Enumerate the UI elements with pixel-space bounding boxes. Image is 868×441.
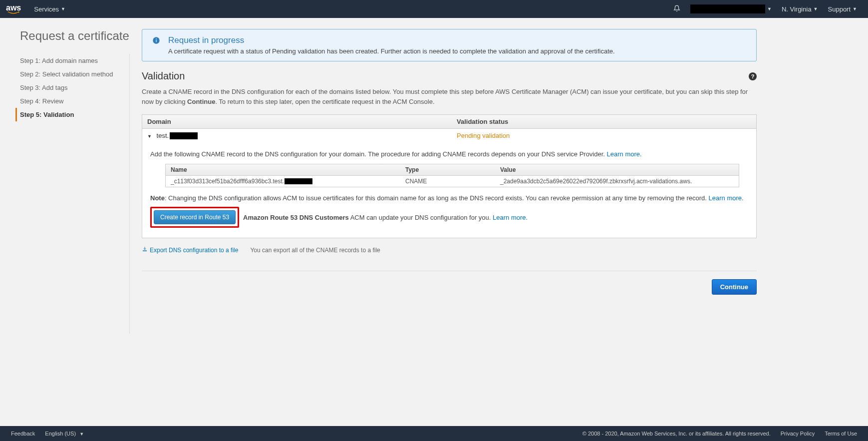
aws-logo[interactable]: aws (6, 3, 21, 14)
record-value: _2ade9aa3dcb2c5a69e26022ed792069f.zbkrxs… (500, 178, 734, 185)
learn-more-link[interactable]: Learn more. (607, 150, 642, 158)
rec-col-value: Value (500, 166, 734, 173)
domain-row: ▼ test. Pending validation (142, 129, 756, 142)
export-link-text: Export DNS configuration to a file (150, 247, 238, 254)
record-table-header: Name Type Value (166, 164, 739, 176)
rec-col-name: Name (171, 166, 405, 173)
note-bold: Note (150, 194, 165, 202)
cta-bold: Amazon Route 53 DNS Customers (243, 214, 349, 221)
validation-status: Pending validation (457, 132, 510, 139)
domain-name: test. (157, 132, 198, 139)
caret-down-icon: ▼ (853, 6, 857, 11)
region-label: N. Virginia (782, 5, 812, 13)
svg-rect-1 (156, 40, 156, 42)
rec-col-type: Type (405, 166, 500, 173)
cta-row: Create record in Route 53 Amazon Route 5… (150, 207, 748, 228)
caret-down-icon: ▼ (767, 6, 772, 11)
col-status: Validation status (457, 118, 751, 125)
domain-prefix: test. (157, 132, 169, 139)
step-3[interactable]: Step 3: Add tags (20, 81, 129, 94)
cta-rest: ACM can update your DNS configuration fo… (349, 214, 493, 221)
step-4[interactable]: Step 4: Review (20, 94, 129, 108)
support-menu[interactable]: Support ▼ (823, 5, 862, 13)
svg-point-2 (156, 38, 157, 39)
create-record-button[interactable]: Create record in Route 53 (154, 210, 236, 224)
record-name-prefix: _c113f03d313cef51ba26dfff6a936bc3.test. (171, 178, 284, 185)
learn-more-link-3[interactable]: Learn more. (493, 214, 528, 221)
domain-detail: Add the following CNAME record to the DN… (142, 142, 756, 238)
desc-bold: Continue (187, 98, 215, 105)
note-line: Note: Changing the DNS configuration all… (150, 194, 748, 202)
caret-down-icon: ▼ (61, 6, 65, 11)
domain-panel: Domain Validation status ▼ test. Pending… (142, 114, 757, 238)
export-link[interactable]: Export DNS configuration to a file (142, 246, 238, 254)
step-5[interactable]: Step 5: Validation (15, 108, 129, 121)
record-name: _c113f03d313cef51ba26dfff6a936bc3.test. (171, 178, 405, 185)
highlight-box: Create record in Route 53 (150, 207, 239, 228)
section-description: Create a CNAME record in the DNS configu… (142, 87, 757, 106)
action-bar: Continue (142, 274, 757, 315)
section-title: Validation (142, 70, 749, 82)
info-banner: Request in progress A certificate reques… (142, 29, 757, 61)
continue-button[interactable]: Continue (712, 279, 757, 295)
export-help: You can export all of the CNAME records … (250, 247, 380, 254)
download-icon (142, 246, 148, 254)
step-1[interactable]: Step 1: Add domain names (20, 54, 129, 67)
col-domain: Domain (147, 118, 457, 125)
divider (142, 271, 757, 271)
page-title: Request a certificate (20, 29, 130, 43)
wizard-steps: Step 1: Add domain names Step 2: Select … (20, 54, 130, 334)
domain-redacted (170, 132, 198, 139)
desc-post: . To return to this step later, open the… (215, 98, 434, 105)
help-icon[interactable]: ? (749, 72, 757, 80)
services-label: Services (34, 5, 59, 13)
info-icon (152, 35, 160, 55)
detail-instructions: Add the following CNAME record to the DN… (150, 150, 748, 158)
cta-text: Amazon Route 53 DNS Customers ACM can up… (243, 214, 528, 221)
record-name-redacted (285, 178, 312, 184)
notifications-icon[interactable] (668, 5, 685, 13)
cname-record-table: Name Type Value _c113f03d313cef51ba26dff… (165, 164, 739, 187)
step-2[interactable]: Step 2: Select validation method (20, 67, 129, 81)
expand-toggle[interactable]: ▼ (147, 134, 152, 139)
export-row: Export DNS configuration to a file You c… (142, 238, 757, 268)
account-menu[interactable]: ▼ (685, 4, 777, 13)
instructions-text: Add the following CNAME record to the DN… (150, 150, 607, 158)
services-menu[interactable]: Services ▼ (29, 5, 70, 13)
region-menu[interactable]: N. Virginia ▼ (777, 5, 823, 13)
record-type: CNAME (405, 178, 500, 185)
banner-title: Request in progress (168, 35, 615, 45)
top-nav: aws Services ▼ ▼ N. Virginia ▼ Support ▼ (0, 0, 868, 18)
record-row: _c113f03d313cef51ba26dfff6a936bc3.test. … (166, 176, 739, 187)
support-label: Support (828, 5, 851, 13)
note-text: : Changing the DNS configuration allows … (165, 194, 709, 202)
banner-message: A certificate request with a status of P… (168, 47, 615, 55)
caret-down-icon: ▼ (814, 6, 818, 11)
account-name-redacted (690, 4, 765, 13)
domain-table-header: Domain Validation status (142, 115, 756, 129)
learn-more-link-2[interactable]: Learn more. (709, 194, 744, 202)
